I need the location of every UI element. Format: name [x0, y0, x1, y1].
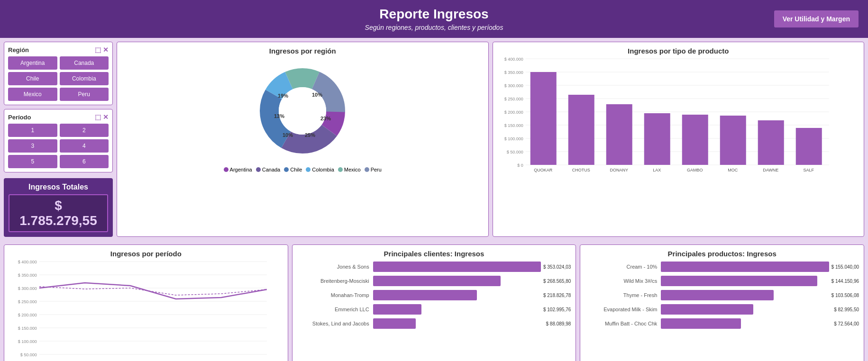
ingresos-periodo-title: Ingresos por período	[9, 250, 283, 258]
period-filter-title: Período ⬚ ✕	[8, 113, 109, 121]
svg-rect-43	[758, 120, 784, 165]
cliente-bar	[373, 318, 416, 329]
cliente-row: Stokes, Lind and Jacobs $ 88.089,98	[297, 318, 571, 329]
period-sort-icon[interactable]: ⬚	[95, 113, 101, 121]
legend-chile: Chile	[284, 167, 302, 172]
svg-text:25%: 25%	[305, 132, 315, 138]
period-filter: Período ⬚ ✕ 1 2 3 4 5 6	[4, 109, 113, 172]
svg-text:QUOKAR: QUOKAR	[534, 168, 553, 172]
utility-margin-button[interactable]: Ver Utilidad y Margen	[774, 10, 859, 27]
svg-text:19%: 19%	[278, 93, 288, 99]
svg-text:SALF: SALF	[803, 168, 814, 172]
cliente-value: $ 353.024,03	[543, 264, 571, 270]
filters-panel: Región ⬚ ✕ Argentina Canada Chile Colomb…	[4, 42, 113, 237]
svg-text:$ 300.000: $ 300.000	[18, 286, 37, 291]
svg-text:$ 250.000: $ 250.000	[504, 97, 523, 101]
svg-text:13%: 13%	[274, 113, 284, 119]
svg-rect-37	[644, 113, 670, 165]
region-buttons: Argentina Canada Chile Colombia Mexico P…	[8, 56, 109, 101]
period-btn-2[interactable]: 2	[60, 124, 109, 137]
producto-bar-wrap	[661, 290, 829, 300]
productos-chart: Cream - 10% $ 155.040,00 Wild Mix 3#/cs …	[585, 262, 859, 329]
region-filter: Región ⬚ ✕ Argentina Canada Chile Colomb…	[4, 42, 113, 105]
legend-argentina: Argentina	[224, 167, 252, 172]
region-btn-canada[interactable]: Canada	[60, 56, 109, 70]
period-btn-6[interactable]: 6	[60, 155, 109, 168]
producto-bar	[661, 304, 753, 315]
cliente-name: Breitenberg-Mosciski	[297, 278, 373, 284]
pie-legend: Argentina Canada Chile Colombia Mexico	[224, 167, 382, 172]
region-btn-colombia[interactable]: Colombia	[60, 72, 109, 85]
principales-productos-title: Principales productos: Ingresos	[585, 250, 859, 258]
page-title: Reporte Ingresos	[9, 7, 859, 22]
producto-bar-wrap	[661, 262, 829, 272]
svg-text:$ 200.000: $ 200.000	[504, 110, 523, 115]
cliente-row: Breitenberg-Mosciski $ 268.565,80	[297, 276, 571, 286]
principales-clientes-title: Principales clientes: Ingresos	[297, 250, 571, 258]
pie-chart-svg: 10% 23% 25% 10% 13% 19%	[250, 59, 355, 163]
period-btn-1[interactable]: 1	[8, 124, 57, 137]
region-btn-chile[interactable]: Chile	[8, 72, 57, 85]
svg-text:$ 0: $ 0	[517, 163, 523, 168]
producto-value: $ 82.995,50	[834, 307, 859, 312]
region-btn-peru[interactable]: Peru	[60, 88, 109, 101]
svg-text:MOC: MOC	[728, 168, 738, 172]
producto-name: Thyme - Fresh	[585, 292, 661, 298]
period-clear-icon[interactable]: ✕	[103, 113, 109, 121]
period-filter-icons: ⬚ ✕	[95, 113, 109, 121]
cliente-value: $ 102.995,76	[543, 307, 571, 312]
producto-row: Thyme - Fresh $ 103.506,08	[585, 290, 859, 300]
total-label: Ingresos Totales	[9, 183, 108, 191]
svg-text:DONANY: DONANY	[610, 168, 628, 172]
svg-rect-39	[682, 115, 708, 165]
svg-rect-31	[530, 72, 556, 165]
svg-rect-33	[568, 95, 594, 165]
period-btn-4[interactable]: 4	[60, 139, 109, 153]
legend-peru: Peru	[365, 167, 382, 172]
ingresos-periodo-panel: Ingresos por período $ 400.000 $ 350.000…	[4, 244, 288, 361]
producto-name: Muffin Batt - Choc Chk	[585, 321, 661, 326]
producto-row: Cream - 10% $ 155.040,00	[585, 262, 859, 272]
svg-text:$ 250.000: $ 250.000	[18, 299, 37, 304]
cliente-bar-wrap	[373, 290, 541, 300]
region-btn-argentina[interactable]: Argentina	[8, 56, 57, 70]
clientes-chart: Jones & Sons $ 353.024,03 Breitenberg-Mo…	[297, 262, 571, 329]
period-btn-5[interactable]: 5	[8, 155, 57, 168]
legend-mexico: Mexico	[338, 167, 361, 172]
svg-text:DAWNE: DAWNE	[763, 168, 778, 172]
producto-bar	[661, 276, 817, 286]
principales-clientes-panel: Principales clientes: Ingresos Jones & S…	[292, 244, 576, 361]
svg-text:$ 350.000: $ 350.000	[504, 70, 523, 75]
cliente-bar	[373, 276, 501, 286]
producto-bar-wrap	[661, 276, 829, 286]
cliente-bar-wrap	[373, 262, 541, 272]
producto-value: $ 103.506,08	[831, 293, 859, 298]
page-header: Reporte Ingresos Según regiones, product…	[0, 0, 868, 38]
producto-name: Evaporated Milk - Skim	[585, 307, 661, 312]
svg-text:$ 400.000: $ 400.000	[504, 57, 523, 62]
cliente-row: Monahan-Tromp $ 218.826,78	[297, 290, 571, 300]
filter-clear-icon[interactable]: ✕	[103, 46, 109, 54]
producto-bar-wrap	[661, 318, 831, 329]
producto-row: Muffin Batt - Choc Chk $ 72.564,00	[585, 318, 859, 329]
cliente-value: $ 268.565,80	[543, 279, 571, 284]
producto-bar	[661, 290, 773, 300]
tipo-chart-svg: $ 400.000 $ 350.000 $ 300.000 $ 250.000 …	[524, 59, 859, 172]
legend-canada: Canada	[256, 167, 281, 172]
svg-text:$ 150.000: $ 150.000	[504, 123, 523, 128]
period-btn-3[interactable]: 3	[8, 139, 57, 153]
cliente-value: $ 218.826,78	[543, 293, 571, 298]
ingresos-region-title: Ingresos por región	[122, 47, 484, 55]
producto-value: $ 144.150,96	[831, 279, 859, 284]
cliente-bar-wrap	[373, 276, 541, 286]
ingresos-tipo-title: Ingresos por tipo de producto	[498, 47, 859, 55]
bottom-section: Ingresos por período $ 400.000 $ 350.000…	[0, 244, 868, 361]
filter-sort-icon[interactable]: ⬚	[95, 46, 101, 54]
region-filter-title: Región ⬚ ✕	[8, 46, 109, 54]
region-btn-mexico[interactable]: Mexico	[8, 88, 57, 101]
svg-text:$ 50.000: $ 50.000	[506, 150, 523, 154]
producto-value: $ 72.564,00	[834, 321, 859, 326]
producto-value: $ 155.040,00	[831, 264, 859, 270]
pie-chart-container: 10% 23% 25% 10% 13% 19% Argentina Canada	[122, 59, 484, 172]
svg-text:$ 200.000: $ 200.000	[18, 313, 37, 317]
